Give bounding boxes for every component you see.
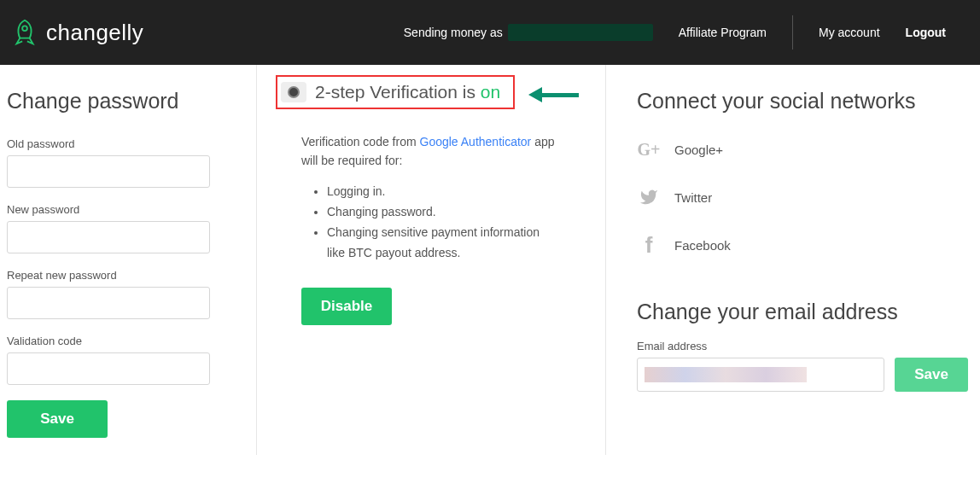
- email-label: Email address: [637, 340, 971, 352]
- change-password-panel: Change password Old password New passwor…: [0, 65, 256, 455]
- new-password-input[interactable]: [7, 221, 210, 253]
- social-label: Facebook: [674, 238, 731, 253]
- logout-link[interactable]: Logout: [906, 26, 946, 39]
- right-panel: Connect your social networks G+ Google+ …: [606, 65, 980, 455]
- rocket-icon: [9, 16, 41, 49]
- nav-divider: [792, 15, 793, 50]
- svg-point-0: [22, 26, 27, 31]
- twitter-icon: [637, 185, 661, 209]
- social-label: Google+: [674, 143, 723, 157]
- two-step-highlight-box: 2-step Verification is on: [276, 75, 515, 109]
- repeat-password-label: Repeat new password: [7, 269, 249, 282]
- new-password-label: New password: [7, 203, 249, 216]
- validation-code-label: Validation code: [7, 335, 249, 347]
- validation-code-input[interactable]: [7, 352, 210, 385]
- requirement-item: Changing password.: [327, 202, 554, 223]
- brand-name: changelly: [46, 20, 143, 46]
- desc-prefix: Verification code from: [301, 135, 420, 148]
- google-authenticator-link[interactable]: Google Authenticator: [420, 135, 532, 148]
- disable-2fa-button[interactable]: Disable: [301, 288, 392, 325]
- social-title: Connect your social networks: [637, 89, 971, 114]
- email-input[interactable]: [637, 358, 884, 392]
- two-step-title: 2-step Verification is on: [315, 82, 500, 102]
- social-facebook[interactable]: f Facebook: [637, 233, 971, 257]
- social-google[interactable]: G+ Google+: [637, 137, 971, 161]
- repeat-password-input[interactable]: [7, 287, 210, 319]
- two-step-status: on: [481, 82, 500, 102]
- my-account-link[interactable]: My account: [819, 26, 880, 39]
- change-password-title: Change password: [7, 89, 249, 114]
- change-email-panel: Change your email address Email address …: [637, 300, 971, 392]
- save-email-button[interactable]: Save: [895, 358, 968, 392]
- two-step-description: Verification code from Google Authentica…: [301, 133, 563, 170]
- affiliate-link[interactable]: Affiliate Program: [679, 26, 767, 39]
- two-step-title-prefix: 2-step Verification is: [315, 82, 481, 102]
- camera-icon: [281, 82, 306, 102]
- social-twitter[interactable]: Twitter: [637, 185, 971, 209]
- old-password-label: Old password: [7, 137, 249, 150]
- two-step-panel: 2-step Verification is on Verification c…: [256, 65, 606, 455]
- header: changelly Sending money as Affiliate Pro…: [0, 0, 980, 65]
- requirement-list: Logging in. Changing password. Changing …: [327, 182, 597, 263]
- sending-as-value-redacted: [508, 24, 653, 41]
- facebook-icon: f: [637, 233, 661, 257]
- sending-as-label: Sending money as: [404, 24, 653, 41]
- requirement-item: Changing sensitive payment information l…: [327, 223, 554, 264]
- requirement-item: Logging in.: [327, 182, 554, 202]
- old-password-input[interactable]: [7, 155, 210, 188]
- google-plus-icon: G+: [637, 137, 661, 161]
- annotation-arrow: [528, 87, 579, 102]
- change-email-title: Change your email address: [637, 300, 971, 324]
- social-label: Twitter: [674, 190, 712, 205]
- email-value-redacted: [645, 367, 807, 382]
- save-password-button[interactable]: Save: [7, 400, 108, 438]
- main-content: Change password Old password New passwor…: [0, 65, 980, 455]
- logo[interactable]: changelly: [9, 16, 143, 49]
- sending-text: Sending money as: [404, 26, 503, 39]
